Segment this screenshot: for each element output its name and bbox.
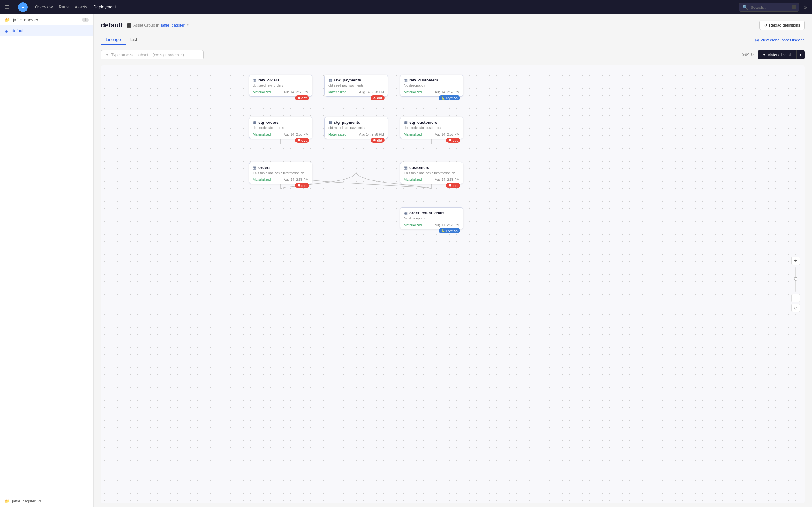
python-icon: 🐍 bbox=[441, 229, 445, 233]
node-time: Aug 14, 2:58 PM bbox=[435, 132, 459, 136]
table-icon: ▦ bbox=[328, 78, 332, 82]
node-stg-payments[interactable]: ▦ stg_payments dbt model stg_payments Ma… bbox=[324, 117, 388, 139]
node-time: Aug 14, 2:58 PM bbox=[359, 90, 384, 94]
node-title: stg_payments bbox=[334, 120, 360, 125]
settings-icon[interactable]: ⚙ bbox=[803, 5, 807, 10]
node-status: Materialized bbox=[404, 90, 422, 94]
nav-deployment[interactable]: Deployment bbox=[93, 3, 116, 11]
node-raw-payments[interactable]: ▦ raw_payments dbt seed raw_payments Mat… bbox=[324, 74, 388, 97]
slash-key: / bbox=[792, 5, 796, 9]
node-time: Aug 14, 2:58 PM bbox=[435, 178, 459, 181]
zoom-in-button[interactable]: + bbox=[792, 257, 800, 265]
tabs: Lineage List ⋈ View global asset lineage bbox=[101, 35, 805, 45]
view-global-lineage-button[interactable]: ⋈ View global asset lineage bbox=[755, 38, 805, 42]
timer-refresh-icon[interactable]: ↻ bbox=[751, 53, 754, 57]
node-title: stg_orders bbox=[258, 120, 278, 125]
zoom-slider-thumb[interactable] bbox=[794, 277, 798, 281]
search-icon: 🔍 bbox=[742, 5, 748, 10]
tab-lineage[interactable]: Lineage bbox=[101, 35, 126, 45]
node-raw-orders[interactable]: ▦ raw_orders dbt seed raw_orders Materia… bbox=[249, 74, 312, 97]
nav-overview[interactable]: Overview bbox=[35, 3, 53, 11]
dbt-badge: ✖ dbt bbox=[371, 137, 385, 143]
app-logo bbox=[18, 2, 28, 12]
table-icon: ▦ bbox=[404, 78, 408, 82]
dbt-badge: ✖ dbt bbox=[371, 95, 385, 101]
asset-group-icon: ⬛ bbox=[126, 23, 132, 28]
folder-icon: 📁 bbox=[5, 17, 10, 22]
node-desc: dbt seed raw_orders bbox=[253, 83, 308, 88]
node-time: Aug 14, 2:58 PM bbox=[284, 132, 308, 136]
node-stg-customers[interactable]: ▦ stg_customers dbt model stg_customers … bbox=[400, 117, 463, 139]
dbt-badge: ✖ dbt bbox=[446, 137, 460, 143]
reload-icon: ↻ bbox=[764, 23, 767, 27]
zoom-center-button[interactable]: ⊙ bbox=[792, 303, 800, 312]
table-icon: ▦ bbox=[328, 120, 332, 125]
node-time: Aug 14, 2:57 PM bbox=[435, 90, 459, 94]
node-stg-orders[interactable]: ▦ stg_orders dbt model stg_orders Materi… bbox=[249, 117, 312, 139]
dbt-icon: ✖ bbox=[449, 138, 451, 142]
zoom-controls: + − ⊙ bbox=[792, 257, 800, 312]
toolbar-right: 0:09 ↻ ✦ Materialize all ▾ bbox=[742, 50, 805, 59]
materialize-all-button[interactable]: ✦ Materialize all bbox=[758, 50, 796, 59]
hamburger-menu[interactable]: ☰ bbox=[5, 4, 10, 11]
node-status: Materialized bbox=[404, 132, 422, 136]
sidebar-item-default[interactable]: ▦ default bbox=[0, 25, 93, 36]
sidebar-badge: 1 bbox=[82, 17, 89, 22]
zoom-out-button[interactable]: − bbox=[792, 294, 800, 302]
dbt-icon: ✖ bbox=[373, 96, 376, 100]
python-badge: 🐍 Python bbox=[439, 228, 460, 233]
node-desc: dbt seed raw_payments bbox=[328, 83, 384, 88]
node-desc: This table has basic information about .… bbox=[253, 171, 308, 175]
sidebar-item-jaffle-dagster[interactable]: 📁 jaffle_dagster 1 bbox=[0, 14, 93, 25]
sidebar-item-label-default: default bbox=[12, 29, 24, 33]
node-title: raw_orders bbox=[258, 78, 280, 82]
zoom-slider-track bbox=[795, 267, 796, 291]
node-title: orders bbox=[258, 165, 270, 170]
materialize-dropdown-button[interactable]: ▾ bbox=[796, 50, 805, 59]
node-title: stg_customers bbox=[409, 120, 437, 125]
node-status: Materialized bbox=[253, 132, 271, 136]
dbt-badge: ✖ dbt bbox=[295, 137, 309, 143]
table-icon: ▦ bbox=[404, 165, 408, 170]
folder-bottom-icon: 📁 bbox=[5, 499, 10, 503]
reload-definitions-button[interactable]: ↻ Reload definitions bbox=[759, 20, 805, 30]
node-time: Aug 14, 2:58 PM bbox=[284, 90, 308, 94]
node-customers[interactable]: ▦ customers This table has basic informa… bbox=[400, 162, 463, 184]
node-title: customers bbox=[409, 165, 429, 170]
node-status: Materialized bbox=[404, 223, 422, 227]
grid-icon: ▦ bbox=[5, 29, 9, 33]
table-icon: ▦ bbox=[404, 120, 408, 125]
sidebar: 📁 jaffle_dagster 1 ▦ default 📁 jaffle_da… bbox=[0, 14, 94, 507]
dbt-icon: ✖ bbox=[298, 96, 300, 100]
sidebar-item-label-jaffle: jaffle_dagster bbox=[13, 17, 38, 22]
search-box[interactable]: 🔍 / bbox=[739, 3, 799, 12]
node-title: order_count_chart bbox=[409, 211, 444, 215]
node-raw-customers[interactable]: ▦ raw_customers No description Materiali… bbox=[400, 74, 463, 97]
sidebar-bottom: 📁 jaffle_dagster ↻ bbox=[0, 495, 93, 507]
node-status: Materialized bbox=[253, 178, 271, 181]
table-icon: ▦ bbox=[404, 211, 408, 215]
materialize-icon: ✦ bbox=[762, 53, 766, 57]
node-desc: dbt model stg_orders bbox=[253, 126, 308, 130]
table-icon: ▦ bbox=[253, 165, 256, 170]
dbt-badge: ✖ dbt bbox=[295, 183, 309, 188]
node-desc: dbt model stg_customers bbox=[404, 126, 459, 130]
asset-filter[interactable]: ✦ Type an asset subset... (ex: stg_order… bbox=[101, 50, 204, 59]
node-status: Materialized bbox=[328, 90, 346, 94]
refresh-small-icon[interactable]: ↻ bbox=[186, 23, 190, 27]
tab-list[interactable]: List bbox=[126, 35, 142, 45]
node-time: Aug 14, 2:58 PM bbox=[435, 223, 459, 227]
dbt-badge: ✖ dbt bbox=[446, 183, 460, 188]
sidebar-refresh-icon[interactable]: ↻ bbox=[38, 499, 41, 503]
nav-runs[interactable]: Runs bbox=[59, 3, 68, 11]
node-orders[interactable]: ▦ orders This table has basic informatio… bbox=[249, 162, 312, 184]
python-badge: 🐍 Python bbox=[439, 95, 460, 101]
search-input[interactable] bbox=[751, 5, 790, 10]
repo-link[interactable]: jaffle_dagster bbox=[161, 23, 185, 27]
lineage-icon: ⋈ bbox=[755, 38, 759, 42]
node-order-count-chart[interactable]: ▦ order_count_chart No description Mater… bbox=[400, 207, 463, 229]
nav-assets[interactable]: Assets bbox=[74, 3, 87, 11]
page-title-area: default ⬛ Asset Group in jaffle_dagster … bbox=[101, 21, 190, 29]
timer: 0:09 ↻ bbox=[742, 53, 754, 57]
node-desc: This table has basic information about .… bbox=[404, 171, 459, 175]
